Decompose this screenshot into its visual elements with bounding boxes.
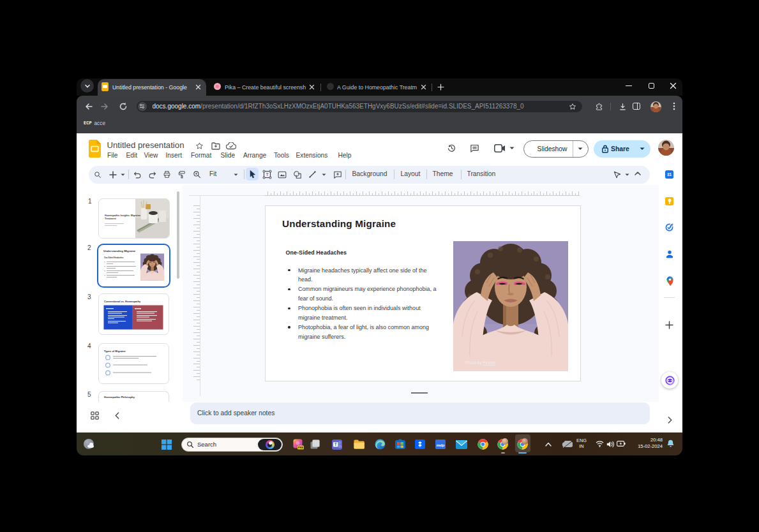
svg-text:T: T <box>334 442 337 447</box>
svg-text:Treatment: Treatment <box>105 218 116 220</box>
svg-text:mdp: mdp <box>437 443 445 447</box>
svg-text:Types of Migraine: Types of Migraine <box>104 350 126 353</box>
svg-text:Conventional vs. Homeopathy: Conventional vs. Homeopathy <box>104 300 141 303</box>
svg-text:PRE: PRE <box>298 446 304 449</box>
svg-text:Homeopathic Insights: Migraine: Homeopathic Insights: Migraine <box>105 214 140 217</box>
svg-text:Understanding Migraine: Understanding Migraine <box>103 249 136 253</box>
svg-text:T: T <box>266 172 269 177</box>
svg-text:One-Sided Headaches: One-Sided Headaches <box>104 256 124 259</box>
